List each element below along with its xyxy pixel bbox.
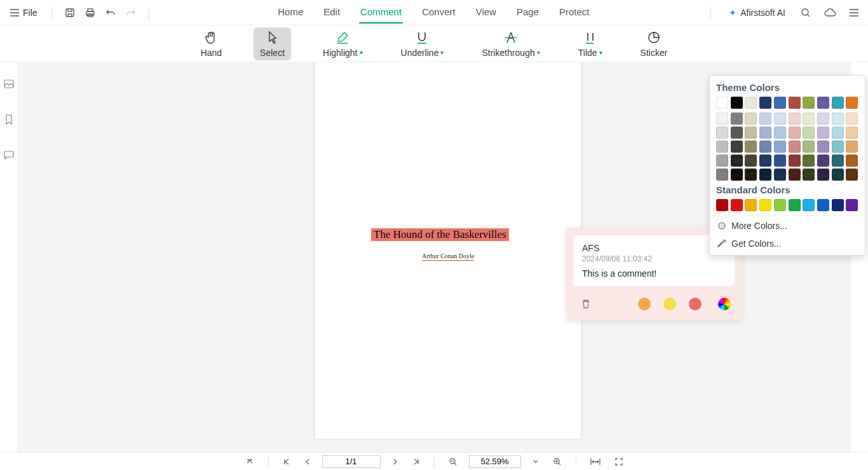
bookmarks-panel-button[interactable] — [0, 111, 18, 128]
color-swatch[interactable] — [745, 169, 757, 181]
color-swatch[interactable] — [817, 141, 829, 153]
last-page-button[interactable] — [410, 457, 423, 467]
color-swatch[interactable] — [759, 199, 771, 211]
color-swatch[interactable] — [745, 155, 757, 167]
save-button[interactable] — [61, 4, 79, 22]
thumbnails-panel-button[interactable] — [0, 75, 18, 93]
tool-sticker[interactable]: Sticker — [634, 27, 674, 60]
quick-color-swatch[interactable] — [663, 298, 676, 310]
get-colors-button[interactable]: Get Colors... — [716, 235, 858, 252]
color-picker-button[interactable] — [718, 298, 731, 310]
color-swatch[interactable] — [774, 97, 786, 109]
color-swatch[interactable] — [817, 169, 829, 181]
color-swatch[interactable] — [789, 169, 801, 181]
color-swatch[interactable] — [716, 141, 728, 153]
color-swatch[interactable] — [803, 169, 815, 181]
color-swatch[interactable] — [817, 97, 829, 109]
tool-select[interactable]: Select — [254, 27, 291, 60]
color-swatch[interactable] — [731, 141, 743, 153]
color-swatch[interactable] — [789, 141, 801, 153]
color-swatch[interactable] — [759, 169, 771, 181]
color-swatch[interactable] — [716, 199, 728, 211]
color-swatch[interactable] — [803, 141, 815, 153]
menu-tab-protect[interactable]: Protect — [558, 1, 591, 24]
color-swatch[interactable] — [789, 97, 801, 109]
tool-hand[interactable]: Hand — [194, 27, 228, 60]
color-swatch[interactable] — [745, 113, 757, 125]
color-swatch[interactable] — [832, 97, 844, 109]
color-swatch[interactable] — [731, 169, 743, 181]
delete-comment-button[interactable] — [577, 295, 595, 313]
color-swatch[interactable] — [759, 97, 771, 109]
color-swatch[interactable] — [759, 141, 771, 153]
fit-width-button[interactable] — [588, 457, 603, 467]
color-swatch[interactable] — [846, 127, 858, 139]
color-swatch[interactable] — [817, 113, 829, 125]
color-swatch[interactable] — [745, 97, 757, 109]
underlined-text[interactable]: Arthur Conan Doyle — [422, 251, 474, 261]
color-swatch[interactable] — [731, 199, 743, 211]
color-swatch[interactable] — [716, 113, 728, 125]
color-swatch[interactable] — [832, 113, 844, 125]
prev-page-button[interactable] — [302, 457, 313, 467]
cloud-button[interactable] — [821, 4, 839, 22]
tool-underline[interactable]: Underline▾ — [395, 27, 451, 60]
zoom-dropdown-button[interactable] — [530, 458, 541, 466]
color-swatch[interactable] — [846, 199, 858, 211]
highlighted-text[interactable]: The Hound of the Baskervilles — [371, 228, 509, 241]
color-swatch[interactable] — [716, 169, 728, 181]
next-page-button[interactable] — [390, 457, 401, 467]
first-page-button[interactable] — [280, 457, 293, 467]
color-swatch[interactable] — [774, 155, 786, 167]
color-swatch[interactable] — [803, 97, 815, 109]
tool-highlight[interactable]: Highlight▾ — [316, 27, 369, 60]
page-number-input[interactable] — [322, 455, 381, 468]
color-swatch[interactable] — [745, 199, 757, 211]
undo-button[interactable] — [102, 4, 119, 22]
color-swatch[interactable] — [789, 199, 801, 211]
color-swatch[interactable] — [832, 169, 844, 181]
color-swatch[interactable] — [789, 127, 801, 139]
quick-color-swatch[interactable] — [638, 298, 651, 310]
color-swatch[interactable] — [832, 141, 844, 153]
tool-tilde[interactable]: Tilde▾ — [572, 27, 609, 60]
more-button[interactable] — [845, 4, 863, 22]
color-swatch[interactable] — [731, 97, 743, 109]
color-swatch[interactable] — [803, 127, 815, 139]
color-swatch[interactable] — [817, 127, 829, 139]
ai-assistant-button[interactable]: ✦ Afirstsoft AI — [724, 5, 790, 20]
color-swatch[interactable] — [716, 97, 728, 109]
scroll-top-button[interactable] — [243, 456, 257, 467]
color-swatch[interactable] — [745, 127, 757, 139]
color-swatch[interactable] — [803, 199, 815, 211]
color-swatch[interactable] — [731, 113, 743, 125]
color-swatch[interactable] — [789, 155, 801, 167]
color-swatch[interactable] — [759, 127, 771, 139]
comments-panel-button[interactable] — [0, 146, 18, 164]
color-swatch[interactable] — [832, 127, 844, 139]
color-swatch[interactable] — [846, 155, 858, 167]
file-menu-button[interactable]: File — [5, 5, 43, 20]
menu-tab-comment[interactable]: Comment — [359, 1, 403, 24]
color-swatch[interactable] — [774, 113, 786, 125]
menu-tab-page[interactable]: Page — [515, 1, 540, 24]
color-swatch[interactable] — [817, 155, 829, 167]
color-swatch[interactable] — [803, 155, 815, 167]
color-swatch[interactable] — [846, 169, 858, 181]
zoom-out-button[interactable] — [446, 456, 460, 467]
color-swatch[interactable] — [817, 199, 829, 211]
color-swatch[interactable] — [759, 155, 771, 167]
color-swatch[interactable] — [716, 155, 728, 167]
zoom-in-button[interactable] — [550, 456, 564, 467]
fit-page-button[interactable] — [612, 456, 626, 467]
color-swatch[interactable] — [789, 113, 801, 125]
color-swatch[interactable] — [803, 113, 815, 125]
menu-tab-view[interactable]: View — [475, 1, 498, 24]
color-swatch[interactable] — [832, 199, 844, 211]
color-swatch[interactable] — [846, 97, 858, 109]
color-swatch[interactable] — [731, 155, 743, 167]
color-swatch[interactable] — [759, 113, 771, 125]
color-swatch[interactable] — [774, 127, 786, 139]
print-button[interactable] — [81, 4, 99, 22]
tool-strikethrough[interactable]: Strikethrough▾ — [475, 27, 546, 60]
